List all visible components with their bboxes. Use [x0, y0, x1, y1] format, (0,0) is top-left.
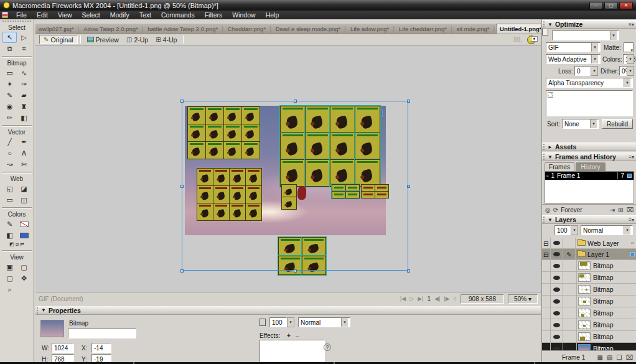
eye-icon[interactable] [551, 331, 563, 342]
eye-icon[interactable] [553, 241, 560, 245]
document-tab[interactable]: Dead e sleep mode.png* [273, 24, 344, 34]
text-tool[interactable]: A [17, 147, 31, 159]
menu-filters[interactable]: Filters [200, 11, 228, 19]
assets-panel-header[interactable]: ►Assets [542, 142, 636, 151]
pencil-tool[interactable]: ✎ [2, 90, 17, 101]
collapse-triangle-icon[interactable]: ▼ [548, 22, 553, 27]
dropdown-arrow-icon[interactable]: ▾ [624, 78, 630, 87]
new-layer-icon[interactable]: ❏ [617, 354, 622, 361]
rectangle-hotspot-tool[interactable]: ◱ [2, 183, 17, 194]
blur-tool[interactable]: ◉ [2, 101, 17, 112]
remove-effect-button[interactable]: – [296, 332, 299, 339]
expand-icon[interactable]: ⊟ [542, 238, 551, 248]
next-frame-icon[interactable]: |▶ [444, 296, 449, 302]
loop-count-label[interactable]: Forever [561, 207, 582, 213]
view-2-up-button[interactable]: ◫2-Up [123, 35, 152, 44]
menu-select[interactable]: Select [77, 11, 105, 19]
collapse-triangle-icon[interactable]: ▼ [548, 217, 553, 223]
selection-handle[interactable] [180, 269, 184, 273]
standard-screen-button[interactable]: ▣ [2, 261, 17, 273]
layer-object-row[interactable]: Bitmap [542, 307, 636, 319]
layer1-row[interactable]: ⊟✎Layer 1 [542, 249, 636, 260]
document-tab[interactable]: Untitled-1.png* [496, 24, 541, 34]
eye-icon[interactable] [553, 311, 560, 315]
collapse-triangle-icon[interactable]: ▼ [548, 154, 553, 160]
export-format-select[interactable]: GIF▾ [546, 42, 601, 52]
hand-tool[interactable]: ✥ [17, 273, 31, 284]
panel-gripper[interactable] [543, 154, 546, 160]
document-tab[interactable]: Adow Tatep 2.0.png* [80, 24, 141, 34]
web-layer-row[interactable]: ⊟Web Layer‹› [542, 238, 636, 249]
zoom-tool[interactable]: ⌕ [2, 284, 17, 295]
selection-handle[interactable] [407, 185, 410, 188]
document-tab[interactable]: Life adow.png* [347, 24, 392, 34]
eraser-tool[interactable]: ▰ [17, 90, 31, 101]
scale-tool[interactable]: ⧉ [2, 43, 17, 54]
layers-opacity-dropdown[interactable]: ▾ [571, 225, 578, 235]
document-tab[interactable]: battle Adow Tatep 2.0.png* [144, 24, 221, 34]
panel-options-icon[interactable]: ≡▾ [629, 217, 634, 223]
dropdown-arrow-icon[interactable]: ▾ [591, 43, 598, 52]
minimize-button[interactable]: – [589, 2, 603, 9]
dropdown-arrow-icon[interactable]: ▾ [610, 31, 617, 40]
document-tab[interactable]: sit mde.png* [454, 24, 493, 34]
new-sub-layer-icon[interactable]: ▤ [607, 354, 612, 361]
menu-edit[interactable]: Edit [32, 11, 53, 19]
expand-triangle-icon[interactable]: ► [548, 144, 553, 150]
layer-object-row[interactable]: Bitmap [542, 296, 636, 307]
menu-window[interactable]: Window [227, 11, 260, 19]
first-frame-icon[interactable]: |◀ [400, 296, 406, 302]
prop-opacity-dropdown[interactable]: ▾ [287, 317, 294, 327]
previous-frame-icon[interactable]: ◀| [434, 296, 440, 302]
last-frame-icon[interactable]: ▶| [418, 296, 423, 302]
selection-handle[interactable] [180, 100, 184, 103]
layers-blend-mode-select[interactable]: Normal▾ [581, 225, 633, 235]
dropdown-arrow-icon[interactable]: ▾ [591, 55, 598, 63]
layer-object-row[interactable]: Bitmap [542, 272, 636, 284]
menu-file[interactable]: File [11, 11, 32, 19]
optimize-panel-header[interactable]: ▼Optimize≡▾ [542, 20, 636, 29]
eye-icon[interactable] [551, 249, 563, 259]
eye-icon[interactable] [553, 299, 560, 304]
hide-slices-button[interactable]: ▭ [2, 194, 17, 205]
menu-text[interactable]: Text [134, 11, 156, 19]
eye-icon[interactable] [551, 260, 563, 271]
close-button[interactable]: ✕ [619, 2, 633, 9]
help-icon[interactable]: ? [324, 343, 331, 351]
matte-color-swatch[interactable] [624, 42, 634, 52]
layer-object-row[interactable]: Bitmap [542, 284, 636, 296]
document-tab[interactable]: Cheddarr.png* [225, 24, 269, 34]
menu-help[interactable]: Help [261, 11, 284, 19]
rebuild-button[interactable]: Rebuild [602, 119, 633, 129]
x-field[interactable] [91, 343, 111, 353]
add-mask-icon[interactable]: ▦ [597, 354, 603, 361]
colors-dropdown[interactable]: ▾ [627, 54, 634, 64]
prop-blend-mode-select[interactable]: Normal▾ [298, 317, 350, 327]
loss-field[interactable] [574, 66, 591, 76]
eye-icon[interactable] [551, 296, 563, 307]
eye-icon[interactable] [553, 287, 560, 292]
menu-modify[interactable]: Modify [105, 11, 134, 19]
selection-handle[interactable] [407, 269, 410, 273]
new-frame-icon[interactable]: ⊞ [618, 207, 623, 213]
panel-gripper[interactable] [543, 144, 546, 150]
width-field[interactable] [52, 343, 74, 353]
object-name-field[interactable] [68, 329, 136, 338]
eye-icon[interactable] [553, 335, 560, 339]
palette-select[interactable]: Web Adaptive▾ [546, 54, 601, 64]
magic-wand-tool[interactable]: ✶ [2, 78, 17, 90]
dropdown-arrow-icon[interactable]: ▾ [624, 226, 630, 235]
add-effect-button[interactable]: + [287, 332, 291, 339]
rubber-stamp-tool[interactable]: ♜ [17, 101, 31, 112]
menu-view[interactable]: View [53, 11, 77, 19]
stroke-color-tool[interactable]: ✎ [2, 218, 17, 230]
selection-handle[interactable] [180, 185, 184, 188]
view-original-button[interactable]: ✎Original [39, 35, 78, 44]
loss-dropdown[interactable]: ▾ [591, 66, 598, 76]
layers-panel-header[interactable]: ▼Layers≡▾ [542, 215, 636, 224]
panel-options-icon[interactable]: ≡▾ [629, 22, 634, 27]
effects-list[interactable] [260, 340, 325, 362]
layer-object-row[interactable]: Bitmap [542, 319, 636, 331]
selection-handle[interactable] [294, 269, 297, 273]
expand-icon[interactable]: ⊟ [542, 249, 551, 259]
